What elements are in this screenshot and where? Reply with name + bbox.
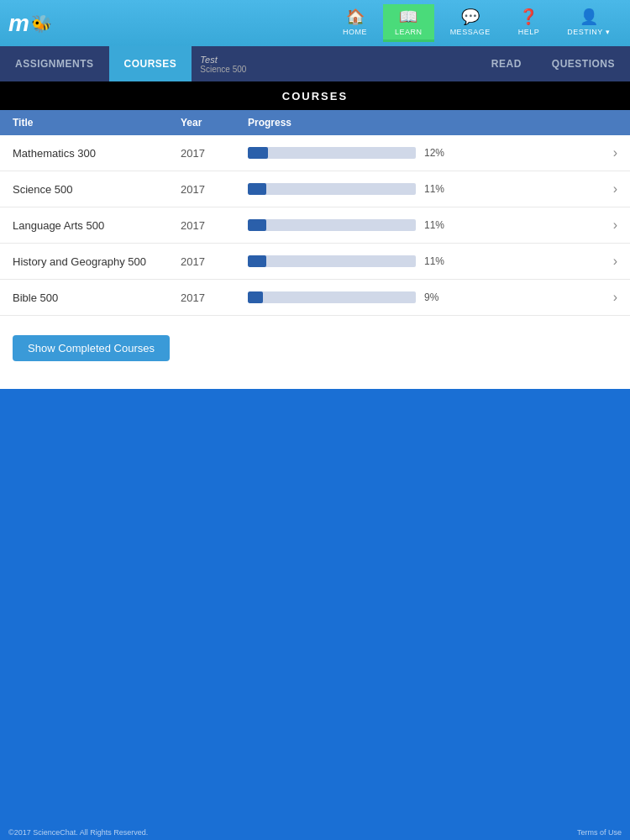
- table-row[interactable]: Mathematics 300 2017 12% ›: [0, 135, 630, 171]
- help-icon: ❓: [519, 8, 538, 26]
- show-completed-button[interactable]: Show Completed Courses: [13, 335, 170, 361]
- tab-courses[interactable]: COURSES: [109, 46, 192, 81]
- footer-terms[interactable]: Terms of Use: [577, 828, 622, 837]
- course-year: 2017: [181, 147, 248, 160]
- nav-help[interactable]: ❓ HELP: [507, 4, 552, 42]
- header-title: Title: [13, 117, 181, 129]
- progress-bar-background: [248, 183, 416, 195]
- learn-icon: 📖: [399, 8, 417, 26]
- footer: ©2017 ScienceChat. All Rights Reserved. …: [0, 825, 630, 840]
- nav-home-label: HOME: [343, 28, 367, 36]
- progress-container: 11%: [248, 183, 609, 195]
- course-year: 2017: [181, 183, 248, 196]
- tab-read[interactable]: READ: [476, 58, 537, 70]
- logo-bee-icon: 🐝: [31, 13, 52, 34]
- footer-copyright: ©2017 ScienceChat. All Rights Reserved.: [8, 828, 148, 837]
- tab-right-items: READ QUESTIONS: [476, 58, 630, 70]
- table-header: Title Year Progress: [0, 110, 630, 135]
- home-icon: 🏠: [346, 8, 365, 26]
- nav-home[interactable]: 🏠 HOME: [331, 4, 379, 42]
- table-row[interactable]: History and Geography 500 2017 11% ›: [0, 244, 630, 280]
- nav-message-label: MESSAGE: [450, 28, 491, 36]
- progress-bar-fill: [248, 147, 268, 159]
- courses-title-bar: COURSES: [0, 81, 630, 110]
- progress-percent: 12%: [424, 147, 454, 159]
- nav-learn[interactable]: 📖 LEARN: [383, 4, 434, 42]
- progress-percent: 9%: [424, 291, 454, 303]
- header-progress: Progress: [248, 117, 617, 129]
- course-name: Language Arts 500: [13, 219, 181, 232]
- course-name: Bible 500: [13, 291, 181, 304]
- course-name: History and Geography 500: [13, 255, 181, 268]
- progress-bar-fill: [248, 255, 266, 267]
- course-name: Science 500: [13, 183, 181, 196]
- nav-help-label: HELP: [518, 28, 540, 36]
- table-row[interactable]: Bible 500 2017 9% ›: [0, 280, 630, 316]
- progress-bar-background: [248, 147, 416, 159]
- progress-container: 11%: [248, 219, 609, 231]
- courses-title: COURSES: [282, 90, 348, 102]
- table-row[interactable]: Science 500 2017 11% ›: [0, 171, 630, 207]
- nav-learn-label: LEARN: [395, 28, 423, 36]
- nav-destiny[interactable]: 👤 DESTINY ▾: [555, 4, 622, 42]
- content-area: Title Year Progress Mathematics 300 2017…: [0, 110, 630, 389]
- row-arrow-icon[interactable]: ›: [609, 218, 617, 233]
- logo-letter: m: [8, 10, 29, 37]
- tab-bar: ASSIGNMENTS COURSES Test Science 500 REA…: [0, 46, 630, 81]
- breadcrumb-subtitle: Science 500: [200, 65, 246, 74]
- progress-bar-fill: [248, 219, 266, 231]
- breadcrumb-title: Test: [200, 55, 246, 65]
- tab-questions[interactable]: QUESTIONS: [537, 58, 630, 70]
- breadcrumb: Test Science 500: [200, 55, 246, 74]
- message-icon: 💬: [461, 8, 480, 26]
- user-icon: 👤: [580, 8, 598, 26]
- table-row[interactable]: Language Arts 500 2017 11% ›: [0, 207, 630, 244]
- row-arrow-icon[interactable]: ›: [609, 145, 617, 160]
- course-year: 2017: [181, 291, 248, 304]
- progress-bar-background: [248, 219, 416, 231]
- top-nav: m 🐝 🏠 HOME 📖 LEARN 💬 MESSAGE ❓ HELP 👤 DE…: [0, 0, 630, 46]
- show-completed-area: Show Completed Courses: [0, 316, 630, 389]
- course-year: 2017: [181, 255, 248, 268]
- progress-container: 9%: [248, 291, 609, 303]
- tab-assignments[interactable]: ASSIGNMENTS: [0, 46, 109, 81]
- progress-bar-background: [248, 291, 416, 303]
- progress-container: 12%: [248, 147, 609, 159]
- progress-percent: 11%: [424, 255, 454, 267]
- course-year: 2017: [181, 219, 248, 232]
- course-name: Mathematics 300: [13, 147, 181, 160]
- header-year: Year: [181, 117, 248, 129]
- progress-percent: 11%: [424, 219, 454, 231]
- row-arrow-icon[interactable]: ›: [609, 254, 617, 269]
- progress-bar-fill: [248, 183, 266, 195]
- progress-percent: 11%: [424, 183, 454, 195]
- progress-container: 11%: [248, 255, 609, 267]
- progress-bar-background: [248, 255, 416, 267]
- progress-bar-fill: [248, 291, 263, 303]
- nav-items: 🏠 HOME 📖 LEARN 💬 MESSAGE ❓ HELP 👤 DESTIN…: [331, 4, 622, 42]
- row-arrow-icon[interactable]: ›: [609, 290, 617, 305]
- nav-destiny-label: DESTINY ▾: [567, 28, 610, 36]
- row-arrow-icon[interactable]: ›: [609, 181, 617, 197]
- nav-message[interactable]: 💬 MESSAGE: [438, 4, 502, 42]
- logo: m 🐝: [8, 10, 52, 37]
